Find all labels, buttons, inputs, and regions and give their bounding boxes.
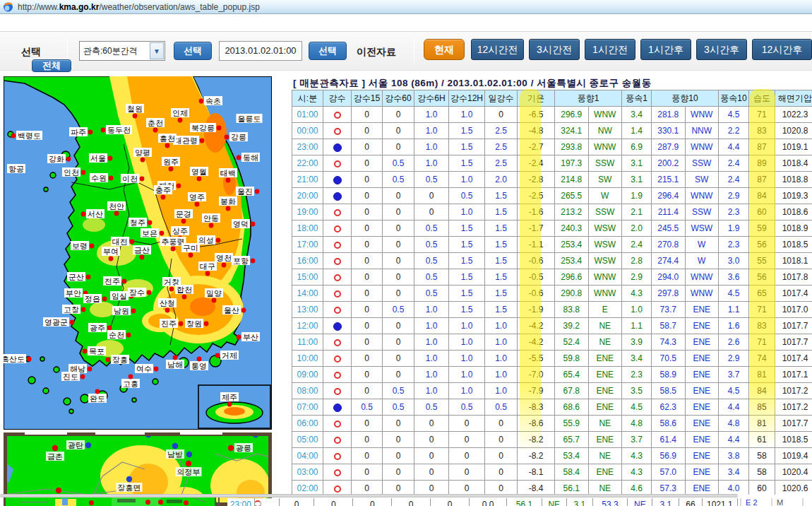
table-cell: 0 [352, 481, 383, 495]
station-dot-icon [165, 143, 170, 148]
nav-3h-before-button[interactable]: 3시간전 [529, 39, 580, 60]
table-cell: 74.3 [652, 334, 686, 351]
nav-12h-before-button[interactable]: 12시간전 [471, 39, 524, 60]
svg-text:부여: 부여 [103, 247, 119, 256]
select-interval-button[interactable]: 선택 [174, 42, 212, 60]
svg-text:임실: 임실 [112, 292, 127, 300]
table-cell: 39.2 [555, 318, 589, 334]
table-cell: 83.8 [555, 302, 589, 318]
table-cell: 56 [749, 237, 775, 253]
table-cell: 0 [352, 172, 383, 188]
svg-text:수원: 수원 [91, 174, 107, 182]
station-dot-icon [160, 231, 165, 236]
rain-filled-icon [333, 404, 342, 412]
interval-dropdown-value: 관측:60분간격 [80, 45, 150, 57]
table-cell: 1.0 [414, 302, 449, 318]
table-cell: 293.8 [555, 139, 589, 155]
nav-12h-after-button[interactable]: 12시간후 [752, 39, 812, 60]
svg-text:상주: 상주 [172, 227, 188, 235]
table-cell: W [685, 253, 719, 269]
table-cell: 1022.3 [775, 107, 812, 123]
svg-text:서울: 서울 [90, 154, 106, 163]
select-datetime-button[interactable]: 선택 [309, 42, 347, 60]
table-cell [323, 237, 352, 253]
column-header: 시:분 [292, 90, 323, 107]
datetime-input[interactable]: 2013.01.02.01:00 [219, 41, 302, 61]
table-cell: 56 [749, 269, 775, 286]
table-cell: -1.7 [518, 220, 555, 237]
table-cell: 281.8 [652, 107, 686, 123]
no-rain-circle-icon [334, 209, 341, 216]
background-row-cell: 0 [314, 498, 353, 506]
table-row: 03:0000000-8.158.4ENE4.357.0ENE3.4581020… [292, 464, 812, 481]
station-dot-icon [81, 212, 86, 217]
table-cell: 0 [352, 139, 383, 155]
table-cell: -4.2 [518, 318, 555, 334]
table-row: 09:00001.01.01.0-7.065.4ENE2.358.9ENE3.7… [292, 367, 812, 383]
table-cell: -0.6 [518, 253, 555, 269]
svg-text:철원: 철원 [127, 105, 143, 113]
station-dot-icon [147, 290, 152, 295]
station-dot-icon [90, 244, 95, 249]
current-time-button[interactable]: 현재 [424, 39, 465, 60]
table-cell: 58 [749, 464, 775, 481]
table-cell: 0.5 [352, 399, 383, 416]
svg-text:서산: 서산 [88, 210, 103, 218]
svg-text:흑산도: 흑산도 [4, 355, 25, 363]
station-dot-icon [80, 375, 85, 380]
table-cell: -0.5 [518, 269, 555, 286]
table-cell: 71 [749, 334, 775, 351]
table-cell: W [685, 237, 719, 253]
column-header: 풍향10 [652, 90, 719, 107]
svg-text:인천: 인천 [64, 168, 79, 177]
table-cell: -8.3 [518, 399, 555, 416]
background-row-cell: 0 [352, 498, 392, 506]
station-dot-icon [83, 349, 88, 354]
svg-text:안동: 안동 [203, 214, 219, 223]
table-row: 02:0000000-8.456.1NE4.657.3ENE4.0601020.… [292, 481, 812, 495]
rain-filled-icon [333, 176, 342, 184]
station-dot-icon [237, 335, 241, 340]
interval-dropdown[interactable]: 관측:60분간격 ▼ [79, 41, 165, 61]
table-row: 21:0000.50.51.02.0-2.8214.8SW3.1215.1SW2… [292, 172, 812, 188]
table-cell: 0 [383, 253, 414, 269]
svg-text:금산: 금산 [134, 246, 150, 254]
table-cell: 84 [749, 383, 775, 399]
table-cell: NNW [685, 123, 719, 139]
table-cell: 16:00 [292, 253, 323, 269]
nav-1h-after-button[interactable]: 1시간후 [640, 39, 691, 60]
table-cell: ENE [588, 367, 622, 383]
no-rain-circle-icon [334, 112, 341, 119]
chevron-down-icon[interactable]: ▼ [150, 42, 164, 59]
svg-text:남방: 남방 [167, 450, 183, 459]
table-cell: 0.5 [383, 155, 414, 172]
svg-text:영덕: 영덕 [233, 220, 249, 228]
svg-text:진도: 진도 [63, 372, 78, 381]
table-cell: 253.4 [555, 253, 589, 269]
table-cell: 1.0 [414, 367, 449, 383]
table-row: 19:000001.01.5-1.6213.2SSW2.1211.4SSW2.3… [292, 204, 812, 220]
table-cell: 2.4 [622, 237, 652, 253]
station-dot-icon [200, 139, 205, 143]
table-row: 04:0000000-8.253.4NE4.356.9ENE3.8581019.… [292, 448, 812, 464]
table-cell: 03:00 [292, 464, 323, 481]
nav-3h-after-button[interactable]: 3시간후 [696, 39, 747, 60]
table-cell: 1.0 [449, 383, 485, 399]
table-cell: 1.0 [414, 383, 449, 399]
table-cell: ENE [588, 383, 622, 399]
table-cell: 0 [383, 416, 414, 432]
korea-aws-map[interactable]: 속초철원인제울릉도백령도파주동두천춘천북강릉강릉대관령홍천동해강화서울양평항공인… [4, 76, 272, 430]
table-cell: 1019.1 [775, 139, 812, 155]
table-cell: 1.5 [485, 269, 518, 286]
svg-text:의정부: 의정부 [177, 468, 201, 476]
nav-1h-before-button[interactable]: 1시간전 [585, 39, 635, 60]
all-stations-button[interactable]: 전체 [32, 59, 71, 72]
table-cell: 0 [383, 481, 414, 495]
table-cell: 1018.6 [775, 204, 812, 220]
table-cell: 1.5 [449, 269, 485, 286]
table-cell [323, 318, 352, 334]
table-cell: 15:00 [292, 269, 323, 286]
table-cell: 02:00 [292, 481, 323, 495]
table-cell: 0 [383, 318, 414, 334]
browser-address-bar[interactable]: http://www.kma.go.kr/weather/observation… [0, 0, 812, 14]
